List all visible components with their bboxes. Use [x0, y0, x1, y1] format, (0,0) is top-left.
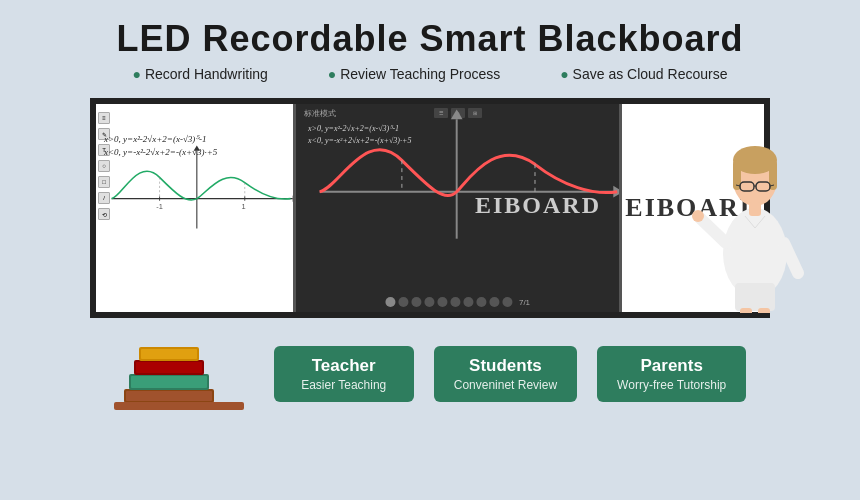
svg-line-31: [784, 243, 798, 273]
card-teacher: Teacher Easier Teaching: [274, 346, 414, 402]
card-teacher-title: Teacher: [294, 356, 394, 376]
card-parents-title: Parents: [617, 356, 726, 376]
blackboard-section: ≡ ✎ T ○ □ / ⟲ x>0, y=x²-2√x+2=(x-√3)⁵-1 …: [20, 98, 840, 318]
header: LED Recordable Smart Blackboard Record H…: [0, 0, 860, 90]
nav-dot-1[interactable]: [385, 297, 395, 307]
nav-dot-3[interactable]: [411, 297, 421, 307]
svg-marker-3: [194, 145, 200, 150]
panel-left: ≡ ✎ T ○ □ / ⟲ x>0, y=x²-2√x+2=(x-√3)⁵-1 …: [96, 104, 296, 312]
nav-dot-10[interactable]: [502, 297, 512, 307]
svg-rect-17: [735, 283, 775, 311]
svg-rect-41: [114, 402, 244, 410]
card-students-title: Students: [454, 356, 557, 376]
svg-text:-1: -1: [156, 202, 163, 211]
page-indicator: 7/1: [519, 298, 530, 307]
svg-rect-34: [126, 391, 212, 401]
teacher-panel: [690, 98, 830, 318]
panel-center: 标准模式 ☰ ✎ ⊞ x>0, y=x²-2√x+2=(x-√3)⁵-1 x<0…: [296, 104, 619, 312]
nav-dot-4[interactable]: [424, 297, 434, 307]
svg-rect-38: [136, 362, 202, 373]
teacher-figure: [690, 98, 820, 313]
features-row: Record Handwriting Review Teaching Proce…: [0, 66, 860, 82]
feature-record: Record Handwriting: [133, 66, 268, 82]
svg-marker-13: [451, 109, 463, 119]
center-graph: [304, 104, 619, 282]
card-teacher-subtitle: Easier Teaching: [294, 378, 394, 392]
card-students: Students Conveninet Review: [434, 346, 577, 402]
feature-review: Review Teaching Process: [328, 66, 500, 82]
svg-line-30: [700, 218, 726, 243]
svg-rect-29: [749, 202, 761, 216]
nav-dot-7[interactable]: [463, 297, 473, 307]
feature-cloud: Save as Cloud Recourse: [560, 66, 727, 82]
books-area: [114, 334, 254, 414]
svg-rect-18: [740, 308, 752, 313]
center-bottom-toolbar: 7/1: [385, 297, 530, 307]
nav-dot-8[interactable]: [476, 297, 486, 307]
svg-rect-40: [141, 349, 197, 359]
bottom-section: Teacher Easier Teaching Students Conveni…: [0, 334, 860, 414]
nav-dot-6[interactable]: [450, 297, 460, 307]
card-students-subtitle: Conveninet Review: [454, 378, 557, 392]
page-title: LED Recordable Smart Blackboard: [0, 18, 860, 60]
svg-rect-19: [758, 308, 770, 313]
nav-dot-5[interactable]: [437, 297, 447, 307]
card-parents-subtitle: Worry-free Tutorship: [617, 378, 726, 392]
svg-rect-36: [131, 376, 207, 388]
card-parents: Parents Worry-free Tutorship: [597, 346, 746, 402]
svg-point-32: [692, 210, 704, 222]
svg-text:1: 1: [242, 202, 246, 211]
board-frame: ≡ ✎ T ○ □ / ⟲ x>0, y=x²-2√x+2=(x-√3)⁵-1 …: [90, 98, 770, 318]
nav-dot-9[interactable]: [489, 297, 499, 307]
book-stack-icon: [114, 334, 254, 414]
nav-dot-2[interactable]: [398, 297, 408, 307]
left-graph: -1 1: [101, 104, 296, 292]
